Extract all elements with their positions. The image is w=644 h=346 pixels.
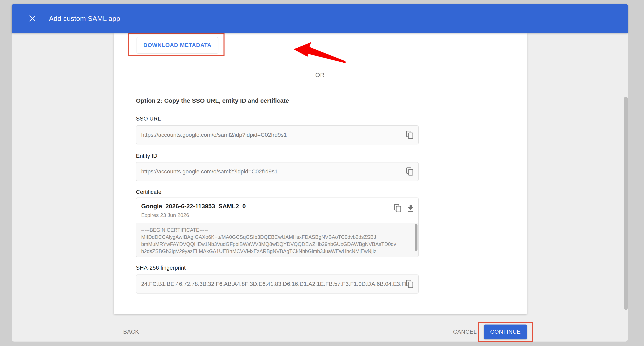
certificate-expiry: Expires 23 Jun 2026 — [141, 212, 418, 218]
entity-id-value: https://accounts.google.com/o/saml2?idpi… — [141, 168, 406, 175]
add-saml-app-dialog: Add custom SAML app DOWNLOAD METADATA OR… — [12, 4, 628, 341]
or-label: OR — [307, 72, 333, 78]
certificate-header: Google_2026-6-22-113953_SAML2_0 Expires … — [136, 198, 418, 223]
download-icon[interactable] — [407, 204, 414, 213]
dialog-scrollbar-thumb[interactable] — [624, 97, 628, 310]
copy-icon[interactable] — [406, 280, 414, 288]
download-metadata-button[interactable]: DOWNLOAD METADATA — [137, 37, 218, 53]
copy-icon[interactable] — [394, 204, 401, 213]
close-icon[interactable] — [28, 14, 36, 23]
content-card: DOWNLOAD METADATA OR Option 2: Copy the … — [114, 33, 527, 314]
sha256-value: 24:FC:B1:BE:46:72:78:3B:32:F6:AB:A4:8F:3… — [141, 281, 406, 287]
certificate-card: Google_2026-6-22-113953_SAML2_0 Expires … — [136, 198, 419, 257]
copy-icon[interactable] — [406, 167, 414, 176]
option2-heading: Option 2: Copy the SSO URL, entity ID an… — [136, 97, 289, 104]
pem-line: -----BEGIN CERTIFICATE----- — [141, 227, 410, 234]
pem-line: bmMuMRYwFAYDVQQHEw1Nb3VudGFpbiBWaWV3MQ8w… — [141, 241, 410, 248]
copy-icon[interactable] — [406, 131, 414, 139]
continue-button[interactable]: CONTINUE — [484, 324, 527, 339]
divider-line-right — [333, 75, 504, 75]
entity-id-label: Entity ID — [136, 153, 157, 159]
sso-url-value: https://accounts.google.com/o/saml2/idp?… — [141, 132, 406, 138]
certificate-label: Certificate — [136, 189, 162, 195]
certificate-name: Google_2026-6-22-113953_SAML2_0 — [141, 203, 418, 210]
dialog-title: Add custom SAML app — [49, 15, 120, 23]
back-button[interactable]: BACK — [123, 328, 139, 335]
dialog-header: Add custom SAML app — [12, 4, 628, 33]
entity-id-field: https://accounts.google.com/o/saml2?idpi… — [136, 162, 419, 181]
pem-line: MIIDdDCCAlygAwIBAgIGAXo6K+u/MA0GCSqGSIb3… — [141, 234, 410, 241]
divider-line-left — [136, 75, 307, 75]
certificate-scrollbar-thumb[interactable] — [415, 224, 418, 251]
annotation-arrow — [291, 41, 350, 67]
pem-line: b2dsZSBGb3IgV29yazELMAkGA1UEBhMCVVMxEzAR… — [141, 248, 410, 255]
cancel-button[interactable]: CANCEL — [453, 328, 477, 335]
sso-url-field: https://accounts.google.com/o/saml2/idp?… — [136, 125, 419, 144]
or-divider: OR — [136, 71, 504, 79]
sha256-field: 24:FC:B1:BE:46:72:78:3B:32:F6:AB:A4:8F:3… — [136, 274, 419, 293]
certificate-pem-area[interactable]: -----BEGIN CERTIFICATE----- MIIDdDCCAlyg… — [136, 223, 418, 257]
sha256-label: SHA-256 fingerprint — [136, 265, 186, 271]
sso-url-label: SSO URL — [136, 115, 161, 122]
